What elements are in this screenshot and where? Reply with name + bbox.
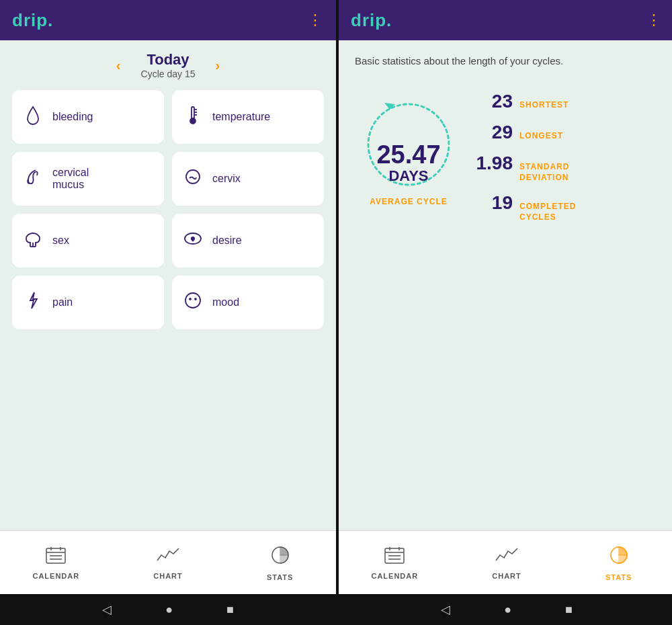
mood-icon bbox=[181, 290, 204, 316]
average-label: AVERAGE CYCLE bbox=[370, 197, 447, 206]
mood-label: mood bbox=[212, 296, 239, 308]
sex-label: sex bbox=[52, 235, 69, 247]
sex-icon bbox=[22, 228, 44, 254]
right-calendar-icon bbox=[384, 546, 405, 569]
right-back-button[interactable]: ◁ bbox=[441, 602, 450, 617]
stddev-label: STANDARD DEVIATION bbox=[519, 162, 569, 183]
right-panel: drip. ⋮ Basic statistics about the lengt… bbox=[339, 0, 672, 594]
right-android-nav: ◁ ● ■ bbox=[339, 594, 672, 625]
left-nav-calendar[interactable]: CALENDAR bbox=[0, 546, 112, 580]
svg-point-9 bbox=[190, 298, 191, 300]
shortest-label: SHORTEST bbox=[519, 100, 569, 111]
left-recents-button[interactable]: ■ bbox=[226, 603, 234, 617]
left-content: ‹ Today Cycle day 15 › bleeding bbox=[0, 40, 336, 530]
left-panel-wrapper: drip. ⋮ ‹ Today Cycle day 15 › bbox=[0, 0, 336, 625]
stat-row-completed: 19 COMPLETED CYCLES bbox=[476, 192, 576, 222]
right-bottom-nav: CALENDAR CHART STATS bbox=[339, 530, 672, 594]
shortest-number: 23 bbox=[476, 91, 513, 112]
average-number: 25.47 bbox=[355, 142, 462, 167]
cervical-mucus-icon bbox=[22, 166, 44, 192]
stddev-number: 1.98 bbox=[476, 153, 513, 174]
stats-main: 25.47 DAYS AVERAGE CYCLE 23 SHORTEST 29 … bbox=[355, 84, 659, 222]
next-day-button[interactable]: › bbox=[215, 58, 220, 73]
bleeding-label: bleeding bbox=[52, 111, 93, 123]
stats-numbers: 23 SHORTEST 29 LONGEST 1.98 STANDARD DEV… bbox=[476, 84, 576, 222]
stat-row-stddev: 1.98 STANDARD DEVIATION bbox=[476, 153, 576, 183]
mood-button[interactable]: mood bbox=[172, 276, 324, 329]
pain-label: pain bbox=[52, 296, 73, 308]
right-logo: drip. bbox=[351, 10, 392, 31]
left-panel: drip. ⋮ ‹ Today Cycle day 15 › bbox=[0, 0, 336, 594]
right-recents-button[interactable]: ■ bbox=[565, 603, 573, 617]
cycle-visual: 25.47 DAYS AVERAGE CYCLE bbox=[355, 84, 462, 206]
cycle-day-label: Cycle day 15 bbox=[141, 69, 196, 79]
svg-rect-0 bbox=[192, 107, 194, 119]
stat-row-longest: 29 LONGEST bbox=[476, 122, 576, 143]
today-label: Today bbox=[141, 51, 196, 69]
cervix-button[interactable]: cervix bbox=[172, 152, 324, 206]
longest-label: LONGEST bbox=[519, 131, 563, 142]
tracking-grid: bleeding temperature bbox=[12, 90, 324, 329]
cycle-circle: 25.47 DAYS bbox=[355, 84, 462, 192]
temperature-label: temperature bbox=[212, 111, 270, 123]
left-logo: drip. bbox=[12, 10, 53, 31]
left-home-button[interactable]: ● bbox=[165, 603, 173, 617]
prev-day-button[interactable]: ‹ bbox=[116, 58, 121, 73]
right-chart-icon bbox=[495, 546, 519, 569]
left-nav-stats[interactable]: STATS bbox=[224, 544, 336, 581]
left-nav-chart[interactable]: CHART bbox=[112, 546, 224, 580]
svg-point-8 bbox=[185, 293, 200, 308]
cervical-mucus-button[interactable]: cervical mucus bbox=[12, 152, 164, 206]
left-bottom-nav: CALENDAR CHART STATS bbox=[0, 530, 336, 594]
left-menu-button[interactable]: ⋮ bbox=[308, 11, 324, 29]
right-menu-button[interactable]: ⋮ bbox=[646, 11, 663, 29]
right-panel-wrapper: drip. ⋮ Basic statistics about the lengt… bbox=[339, 0, 672, 625]
desire-icon bbox=[181, 228, 204, 254]
stats-content: Basic statistics about the length of you… bbox=[339, 40, 672, 530]
cervical-mucus-label: cervical mucus bbox=[52, 167, 89, 191]
stats-icon bbox=[269, 544, 291, 571]
stat-row-shortest: 23 SHORTEST bbox=[476, 91, 576, 112]
right-nav-stats[interactable]: STATS bbox=[562, 544, 672, 581]
right-home-button[interactable]: ● bbox=[504, 603, 511, 617]
right-stats-label: STATS bbox=[605, 573, 632, 581]
right-header: drip. ⋮ bbox=[339, 0, 672, 40]
temperature-icon bbox=[181, 104, 204, 130]
left-android-nav: ◁ ● ■ bbox=[0, 594, 336, 625]
desire-label: desire bbox=[212, 235, 242, 247]
completed-label: COMPLETED CYCLES bbox=[519, 202, 576, 222]
svg-point-10 bbox=[195, 298, 196, 300]
right-nav-chart[interactable]: CHART bbox=[451, 546, 563, 580]
right-stats-icon bbox=[608, 544, 630, 571]
left-chart-label: CHART bbox=[153, 572, 183, 580]
cervix-icon bbox=[181, 166, 204, 192]
day-title-block: Today Cycle day 15 bbox=[141, 51, 196, 79]
temperature-button[interactable]: temperature bbox=[172, 90, 324, 144]
left-calendar-label: CALENDAR bbox=[32, 572, 79, 580]
calendar-icon bbox=[45, 546, 67, 569]
chart-icon bbox=[156, 546, 180, 569]
completed-number: 19 bbox=[476, 192, 513, 214]
stats-subtitle: Basic statistics about the length of you… bbox=[355, 54, 659, 68]
bleeding-icon bbox=[22, 104, 44, 130]
svg-point-5 bbox=[186, 170, 200, 183]
left-header: drip. ⋮ bbox=[0, 0, 336, 40]
cycle-big-text: 25.47 DAYS bbox=[355, 142, 462, 185]
sex-button[interactable]: sex bbox=[12, 214, 164, 267]
right-calendar-label: CALENDAR bbox=[371, 572, 418, 580]
left-back-button[interactable]: ◁ bbox=[102, 602, 112, 617]
pain-icon bbox=[22, 290, 44, 316]
longest-number: 29 bbox=[476, 122, 513, 143]
day-navigation: ‹ Today Cycle day 15 › bbox=[12, 51, 324, 79]
average-unit: DAYS bbox=[355, 167, 462, 185]
pain-button[interactable]: pain bbox=[12, 276, 164, 329]
cervix-label: cervix bbox=[212, 173, 241, 185]
bleeding-button[interactable]: bleeding bbox=[12, 90, 164, 144]
right-chart-label: CHART bbox=[492, 572, 521, 580]
right-nav-calendar[interactable]: CALENDAR bbox=[339, 546, 451, 580]
left-stats-label: STATS bbox=[267, 573, 293, 581]
svg-point-1 bbox=[190, 118, 196, 124]
desire-button[interactable]: desire bbox=[172, 214, 324, 267]
